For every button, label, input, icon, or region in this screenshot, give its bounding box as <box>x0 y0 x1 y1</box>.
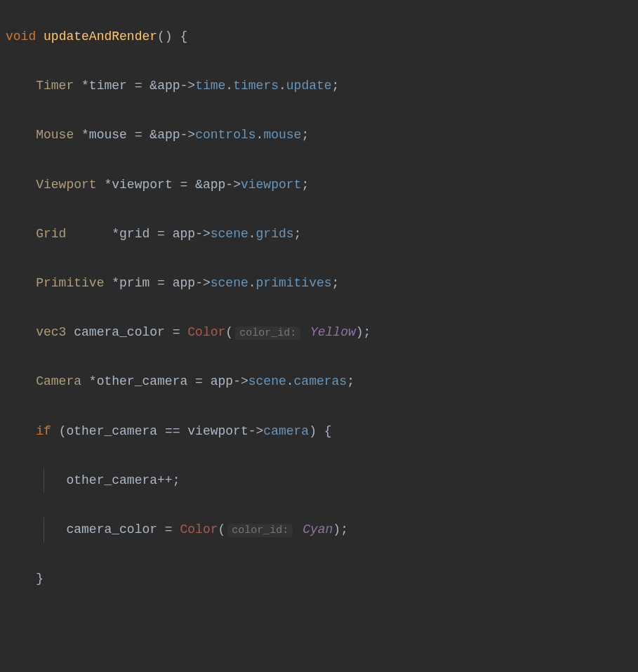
identifier: app <box>203 178 225 192</box>
field: time <box>195 79 225 93</box>
identifier: app <box>173 276 195 290</box>
type: Timer <box>36 79 74 93</box>
type: Camera <box>36 374 81 388</box>
identifier: camera_color <box>74 325 165 339</box>
field: update <box>286 79 332 93</box>
keyword: if <box>36 424 51 438</box>
type: Grid <box>36 227 66 241</box>
field: mouse <box>263 128 301 142</box>
code-line: Mouse *mouse = &app->controls.mouse; <box>6 123 632 147</box>
identifier: other_camera <box>66 473 157 487</box>
code-editor[interactable]: void updateAndRender() { Timer *timer = … <box>0 0 638 672</box>
code-line: if (other_camera == viewport->camera) { <box>6 419 632 444</box>
type: Mouse <box>36 128 74 142</box>
param-hint: color_id: <box>235 327 300 340</box>
identifier: other_camera <box>97 374 188 388</box>
code-line: Viewport *viewport = &app->viewport; <box>6 173 632 197</box>
code-line: Timer *timer = &app->time.timers.update; <box>6 74 632 98</box>
enum-value: Cyan <box>303 522 333 536</box>
type: Viewport <box>36 178 96 192</box>
param-hint: color_id: <box>227 524 293 537</box>
identifier: camera_color <box>66 522 157 536</box>
code-line: Primitive *prim = app->scene.primitives; <box>6 271 632 296</box>
code-line: camera_color = Color(color_id: Cyan); <box>6 518 632 542</box>
identifier: other_camera <box>66 424 157 438</box>
field: viewport <box>241 178 301 192</box>
identifier: app <box>157 128 180 142</box>
identifier: mouse <box>89 128 127 142</box>
code-line: vec3 camera_color = Color(color_id: Yell… <box>6 320 632 345</box>
field: scene <box>211 227 248 241</box>
field: scene <box>211 276 248 290</box>
function-call: Color <box>180 522 218 536</box>
code-line: beginFrame(timer); <box>6 666 632 672</box>
identifier: timer <box>89 79 127 93</box>
code-line: Camera *other_camera = app->scene.camera… <box>6 369 632 394</box>
field: cameras <box>294 374 347 388</box>
identifier: viewport <box>187 424 248 438</box>
code-line <box>6 616 632 640</box>
type: Primitive <box>36 276 104 290</box>
function-name: updateAndRender <box>44 29 157 44</box>
identifier: viewport <box>112 178 172 192</box>
function-call: Color <box>187 325 225 339</box>
identifier: app <box>211 374 233 388</box>
identifier: app <box>157 79 180 93</box>
field: camera <box>263 424 309 438</box>
code-line: void updateAndRender() { <box>6 25 632 49</box>
field: scene <box>248 374 286 388</box>
code-line: Grid *grid = app->scene.grids; <box>6 222 632 246</box>
identifier: grid <box>119 227 149 241</box>
keyword: void <box>6 29 36 44</box>
field: primitives <box>256 276 332 290</box>
identifier: prim <box>119 276 149 290</box>
field: timers <box>233 79 279 93</box>
identifier: app <box>173 227 195 241</box>
field: grids <box>256 227 294 241</box>
enum-value: Yellow <box>310 325 356 339</box>
type: vec3 <box>36 325 66 339</box>
operator: == <box>165 424 180 438</box>
field: controls <box>195 128 255 142</box>
code-line: } <box>6 567 632 591</box>
code-line: other_camera++; <box>6 468 632 493</box>
